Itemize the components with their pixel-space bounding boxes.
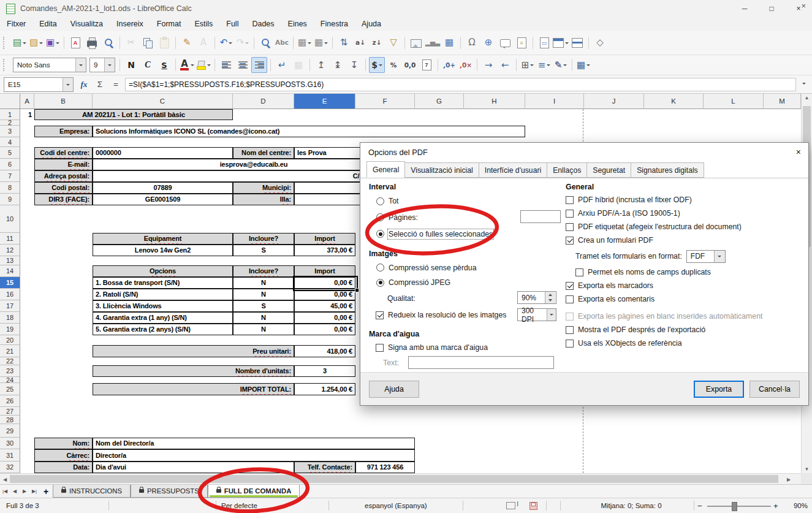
column-header-A[interactable]: A	[20, 94, 34, 109]
align-bottom-icon[interactable]: ↧	[346, 57, 362, 73]
cell-D18[interactable]: N	[233, 312, 294, 324]
column-header-E[interactable]: E	[294, 94, 355, 109]
delete-decimal-place-icon[interactable]: ,0×	[458, 57, 474, 73]
split-window-icon[interactable]	[569, 35, 585, 51]
cell-E25[interactable]: 1.254,00 €	[294, 383, 355, 395]
dialog-tab-seguretat[interactable]: Seguretat	[586, 162, 631, 178]
name-box[interactable]: E15	[4, 77, 74, 92]
border-color-dropdown-icon[interactable]	[563, 64, 567, 68]
document-modified-icon[interactable]	[529, 498, 537, 513]
export-button[interactable]: Exporta	[694, 381, 744, 398]
font-color-dropdown-icon[interactable]	[191, 64, 194, 68]
row-header-5[interactable]: 5	[0, 147, 20, 159]
export-as-pdf-icon[interactable]: A	[67, 35, 83, 51]
show-draw-functions-icon[interactable]: ◇	[592, 35, 608, 51]
cell-B30[interactable]: Nom:	[34, 438, 93, 449]
row-header-18[interactable]: 18	[0, 312, 20, 324]
bold-icon[interactable]: N	[123, 57, 139, 73]
align-top-icon[interactable]: ↥	[313, 57, 329, 73]
formula-input[interactable]	[125, 78, 796, 91]
cell-D15[interactable]: N	[233, 277, 294, 289]
insert-columns-icon[interactable]: ▦	[313, 35, 329, 51]
page-style-status[interactable]: Per defecte	[221, 498, 257, 513]
row-header-19[interactable]: 19	[0, 324, 20, 335]
dialog-tab-enlla-os[interactable]: Enllaços	[547, 162, 587, 178]
radio-tot[interactable]: Tot	[368, 193, 564, 209]
conditional-formatting-icon[interactable]: ▦	[575, 57, 591, 73]
dropdown-arrow-icon[interactable]	[714, 251, 725, 262]
save-icon[interactable]: ▣	[45, 35, 61, 51]
cell-C11[interactable]: Equipament	[93, 233, 233, 245]
dialog-title-bar[interactable]: Opcions del PDF ×	[360, 143, 808, 161]
formula-icon[interactable]: =	[109, 80, 123, 89]
menu-item-insereix[interactable]: Insereix	[110, 18, 150, 30]
font-size-combobox[interactable]: 9	[89, 58, 115, 72]
name-box-dropdown-icon[interactable]	[63, 78, 73, 91]
row-header-28[interactable]: 28	[0, 416, 20, 424]
cell-B5[interactable]: Codi del centre:	[34, 147, 93, 159]
cell-A1[interactable]: 1	[20, 109, 34, 120]
row-header-2[interactable]: 2	[0, 120, 20, 126]
redo-dropdown-icon[interactable]	[245, 42, 249, 46]
checkbox-crea-un-formulari-pdf[interactable]: Crea un formulari PDF	[565, 234, 805, 247]
cell-C23[interactable]: Nombre d'unitats:	[93, 365, 294, 377]
column-header-F[interactable]: F	[355, 94, 415, 109]
save-dropdown-icon[interactable]	[56, 42, 59, 46]
row-header-3[interactable]: 3	[0, 126, 20, 137]
cell-D12[interactable]: S	[233, 245, 294, 256]
cell-C3[interactable]: Solucions Informàtiques ICONO SL (comand…	[93, 126, 525, 137]
horizontal-scrollbar[interactable]: ◀ ▶	[0, 473, 801, 484]
cell-C17[interactable]: 3. Llicència Windows	[93, 300, 233, 312]
format-as-percent-icon[interactable]: %	[385, 57, 401, 73]
checkbox-arxiu-pdf-a-1a-iso-19005-1-[interactable]: Arxiu PDF/A-1a (ISO 19005-1)	[565, 207, 805, 220]
checkbox-usa-els-xobjects-de-refer-ncia[interactable]: Usa els XObjects de referència	[565, 336, 805, 350]
minimize-button[interactable]: ─	[731, 0, 758, 17]
sort-descending-icon[interactable]: z↓	[369, 35, 385, 51]
checkbox-exporta-les-p-gines-en-blanc-inserides-a[interactable]: Exporta les pàgines en blanc inserides a…	[565, 310, 805, 323]
quality-spinner[interactable]: 90%	[517, 291, 556, 304]
column-header-D[interactable]: D	[233, 94, 294, 109]
cell-E12[interactable]: 373,00 €	[294, 245, 355, 256]
copy-icon[interactable]	[140, 35, 156, 51]
cell-C14[interactable]: Opcions	[93, 265, 233, 277]
cell-D16[interactable]: N	[233, 289, 294, 300]
row-header-22[interactable]: 22	[0, 357, 20, 365]
column-header-J[interactable]: J	[584, 94, 644, 109]
undo-dropdown-icon[interactable]	[229, 42, 232, 46]
sheet-tab-full-de-comanda[interactable]: FULL DE COMANDA	[208, 485, 300, 498]
font-name-dropdown-icon[interactable]	[75, 58, 86, 72]
cell-C19[interactable]: 5. Garantia extra (2 anys) (S/N)	[93, 324, 233, 335]
align-right-icon[interactable]	[251, 57, 267, 73]
freeze-rows-and-columns-dropdown-icon[interactable]	[565, 42, 569, 46]
row-header-32[interactable]: 32	[0, 462, 20, 473]
checkbox-pdf-h-brid-incrusta-el-fitxer-odf-[interactable]: PDF híbrid (incrusta el fitxer ODF)	[565, 193, 805, 207]
menu-item-visualitza[interactable]: Visualitza	[64, 18, 110, 30]
clone-formatting-icon[interactable]: ✎	[179, 35, 195, 51]
cell-B7[interactable]: Adreça postal:	[34, 170, 93, 182]
expand-formula-bar-icon[interactable]	[799, 83, 810, 86]
cell-C5[interactable]: 0000000	[93, 147, 233, 159]
border-style-icon[interactable]: ≡	[536, 57, 552, 73]
spinner-arrows-icon[interactable]	[545, 292, 555, 303]
menu-item-ajuda[interactable]: Ajuda	[355, 18, 388, 30]
checkbox-exporta-els-marcadors[interactable]: Exporta els marcadors	[565, 279, 805, 292]
reduce-resolution-checkbox[interactable]: Redueix la resolució de les imatges 300 …	[368, 306, 564, 324]
menu-item-full[interactable]: Full	[219, 18, 245, 30]
freeze-rows-and-columns-icon[interactable]	[553, 35, 569, 51]
menu-item-format[interactable]: Format	[150, 18, 188, 30]
cell-C32[interactable]: Dia d'avui	[93, 462, 294, 473]
cell-D19[interactable]: N	[233, 324, 294, 335]
row-header-11[interactable]: 11	[0, 233, 20, 245]
column-header-H[interactable]: H	[464, 94, 525, 109]
autofilter-icon[interactable]: ▽	[385, 35, 401, 51]
wrap-text-icon[interactable]: ↵	[274, 57, 290, 73]
sheet-number-status[interactable]: Full 3 de 3	[6, 498, 39, 513]
scroll-right-icon[interactable]: ▶	[785, 477, 792, 482]
cell-D11[interactable]: Incloure?	[233, 233, 294, 245]
cell-D17[interactable]: S	[233, 300, 294, 312]
sum-icon[interactable]: Σ	[93, 80, 107, 89]
sort-icon[interactable]: ⇅	[336, 35, 352, 51]
cell-C31[interactable]: Director/a	[93, 449, 415, 462]
insert-image-icon[interactable]	[408, 35, 424, 51]
format-as-currency-dropdown-icon[interactable]	[379, 64, 382, 68]
